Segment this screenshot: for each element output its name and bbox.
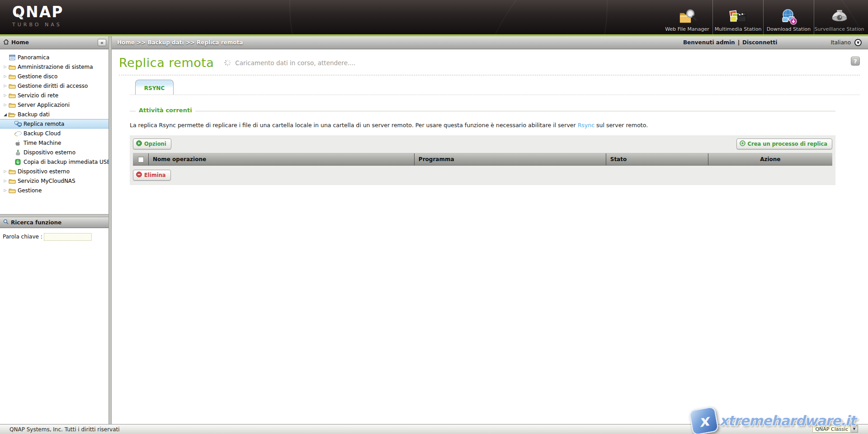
search-panel-header: Ricerca funzione [0, 217, 108, 228]
sidebar: Home « Panoramica▷Amministrazione di sis… [0, 36, 108, 424]
tree-item-amministrazione-di-sistema[interactable]: ▷Amministrazione di sistema [0, 62, 108, 72]
welcome-admin-link[interactable]: Benvenuti admin [683, 39, 735, 46]
surveillance-station-icon [829, 8, 850, 26]
qnap-logo-text: QNAP [12, 5, 63, 20]
folder-icon [8, 92, 16, 99]
tree-item-servizio-mycloudnas[interactable]: ▷Servizio MyCloudNAS [0, 176, 108, 186]
sidebar-title: Home [11, 39, 29, 46]
tree-item-label: Servizio di rete [18, 92, 58, 99]
nav-tree: Panoramica▷Amministrazione di sistema▷Ge… [0, 49, 108, 214]
skin-selector-arrow-icon: ▼ [851, 425, 858, 433]
keyword-label: Parola chiave : [3, 234, 42, 240]
section-legend-row: Attività correnti [130, 107, 835, 115]
title-row: Replica remota Caricamento dati in corso… [119, 53, 860, 70]
column-header-azione[interactable]: Azione [708, 153, 832, 165]
apple-icon [14, 139, 22, 146]
qnap-admin-page: QNAP TURBO NAS Web File ManagerMultimedi… [0, 0, 868, 434]
loading-spinner-icon [224, 59, 231, 67]
language-dropdown-icon[interactable]: ▼ [854, 39, 862, 46]
tree-item-backup-cloud[interactable]: Backup Cloud [0, 129, 108, 138]
column-header-nome-operazione[interactable]: Nome operazione [148, 153, 414, 165]
sidebar-collapse-button[interactable]: « [98, 39, 106, 46]
tree-item-label: Amministrazione di sistema [18, 64, 93, 70]
panel-toolbar: Opzioni Crea un processo di replica [133, 138, 832, 153]
expand-arrow-icon[interactable]: ▷ [2, 74, 8, 78]
section-title: Attività correnti [136, 107, 195, 114]
options-button-label: Opzioni [144, 141, 166, 147]
search-panel-title: Ricerca funzione [11, 219, 61, 226]
search-icon [3, 219, 9, 226]
expand-arrow-icon[interactable]: ▷ [2, 65, 8, 69]
main-column: Home >> Backup dati >> Replica remota Be… [112, 36, 868, 424]
overview-icon [8, 54, 16, 61]
tree-item-label: Backup Cloud [24, 130, 61, 137]
station-multimedia-station[interactable]: Multimedia Station [712, 0, 763, 34]
tree-item-label: Gestione disco [18, 73, 57, 80]
tree-item-server-applicazioni[interactable]: ▷Server Applicazioni [0, 100, 108, 110]
breadcrumb-bar: Home >> Backup dati >> Replica remota Be… [112, 36, 868, 49]
logout-link[interactable]: Disconnetti [742, 39, 777, 46]
table-footer-row: Elimina [133, 166, 832, 183]
station-web-file-manager[interactable]: Web File Manager [662, 0, 712, 34]
tree-item-label: Dispositivo esterno [24, 149, 75, 156]
home-icon [3, 39, 9, 46]
folder-icon [8, 177, 16, 184]
skin-selector[interactable]: QNAP Classic ▼ [812, 425, 858, 433]
expand-arrow-icon[interactable]: ▷ [2, 103, 8, 107]
replication-panel: Opzioni Crea un processo di replica N [130, 135, 835, 185]
tree-item-copia-di-backup-immediata-usb[interactable]: Copia di backup immediata USB [0, 157, 108, 167]
sidebar-panel-divider [0, 214, 108, 217]
middle-region: Home « Panoramica▷Amministrazione di sis… [0, 36, 868, 424]
tree-item-time-machine[interactable]: Time Machine [0, 138, 108, 148]
tree-item-servizio-di-rete[interactable]: ▷Servizio di rete [0, 91, 108, 100]
station-surveillance-station[interactable]: Surveillance Station [814, 0, 864, 34]
tree-item-label: Servizio MyCloudNAS [18, 178, 75, 184]
expand-arrow-icon[interactable]: ▷ [2, 179, 8, 183]
tree-item-gestione[interactable]: ▷Gestione [0, 186, 108, 195]
tab-rsync[interactable]: RSYNC [135, 80, 174, 95]
rsync-link[interactable]: Rsync [578, 122, 594, 129]
delete-button[interactable]: Elimina [133, 170, 171, 181]
tree-item-label: Replica remota [24, 121, 64, 127]
separator: | [738, 39, 740, 46]
sidebar-divider[interactable] [108, 36, 112, 424]
station-shortcuts: Web File ManagerMultimedia StationDownlo… [662, 0, 868, 34]
delete-minus-icon [136, 172, 142, 179]
tree-item-dispositivo-esterno[interactable]: ▷Dispositivo esterno [0, 167, 108, 176]
cloud-icon [14, 130, 22, 137]
tree-item-backup-dati[interactable]: ◢Backup dati [0, 110, 108, 119]
keyword-input[interactable] [44, 233, 92, 241]
tree-item-dispositivo-esterno[interactable]: Dispositivo esterno [0, 148, 108, 157]
tree-item-replica-remota[interactable]: Replica remota [0, 119, 108, 129]
tree-item-panoramica[interactable]: Panoramica [0, 52, 108, 62]
station-label: Web File Manager [665, 26, 709, 32]
help-button[interactable]: ? [851, 57, 860, 66]
create-replication-job-button[interactable]: Crea un processo di replica [736, 138, 832, 149]
page-content: Replica remota Caricamento dati in corso… [112, 49, 868, 424]
folder-icon [8, 73, 16, 80]
session-controls: Benvenuti admin | Disconnetti Italiano ▼ [683, 39, 863, 46]
station-label: Surveillance Station [814, 26, 864, 32]
station-label: Download Station [767, 26, 811, 32]
expand-arrow-icon[interactable]: ▷ [2, 93, 8, 97]
select-all-cell [133, 153, 148, 165]
column-header-programma[interactable]: Programma [414, 153, 606, 165]
expand-arrow-icon[interactable]: ▷ [2, 169, 8, 173]
loading-text: Caricamento dati in corso, attendere.... [235, 59, 355, 67]
tree-item-gestione-disco[interactable]: ▷Gestione disco [0, 72, 108, 81]
delete-button-label: Elimina [144, 172, 166, 178]
collapse-arrow-icon[interactable]: ◢ [2, 112, 8, 117]
skin-selector-value: QNAP Classic [812, 425, 851, 433]
options-button[interactable]: Opzioni [133, 138, 171, 149]
select-all-checkbox[interactable] [138, 157, 144, 162]
expand-arrow-icon[interactable]: ▷ [2, 84, 8, 88]
tree-item-gestione-diritti-di-accesso[interactable]: ▷Gestione diritti di accesso [0, 81, 108, 91]
expand-arrow-icon[interactable]: ▷ [2, 188, 8, 192]
tree-item-label: Dispositivo esterno [18, 168, 70, 175]
station-download-station[interactable]: Download Station [763, 0, 814, 34]
turbo-nas-label: TURBO NAS [12, 22, 63, 28]
column-header-stato[interactable]: Stato [606, 153, 708, 165]
replica-icon [14, 120, 22, 127]
ext-device-icon [14, 149, 22, 156]
breadcrumb: Home >> Backup dati >> Replica remota [117, 39, 243, 46]
